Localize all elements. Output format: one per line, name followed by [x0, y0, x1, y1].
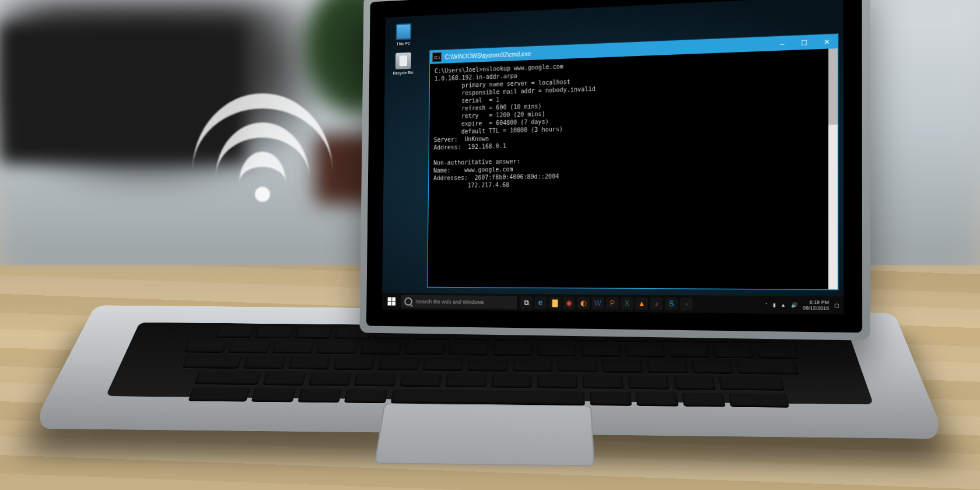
windows-desktop[interactable]: This PC Recycle Bin C:\ C:\WINDOWS\syste… [382, 0, 844, 314]
tray-chevron-icon[interactable]: ˄ [765, 302, 768, 307]
key[interactable] [288, 356, 331, 369]
key[interactable] [308, 373, 351, 386]
key[interactable] [668, 345, 710, 358]
key[interactable] [243, 356, 286, 369]
cmd-title-icon: C:\ [432, 52, 442, 62]
key[interactable] [602, 360, 643, 373]
powerpoint-icon[interactable]: P [606, 297, 618, 309]
key[interactable] [332, 357, 374, 370]
recycle-bin-icon [396, 52, 411, 69]
search-icon [404, 298, 412, 306]
taskbar-search[interactable]: Search the web and Windows [401, 295, 517, 309]
chrome-icon[interactable]: ◉ [563, 297, 575, 309]
key[interactable] [262, 372, 306, 386]
key[interactable] [182, 355, 242, 369]
key[interactable] [194, 372, 261, 386]
key[interactable] [628, 376, 670, 389]
key[interactable] [537, 375, 578, 388]
key[interactable] [491, 374, 532, 388]
task-view-icon[interactable]: ⧉ [520, 296, 532, 309]
windows-logo-icon [387, 297, 396, 305]
skype-icon[interactable]: S [665, 298, 677, 310]
cmd-output[interactable]: C:\Users\Joel>nslookup www.google.com 1.… [428, 49, 828, 289]
key[interactable] [184, 340, 227, 353]
tray-time[interactable]: 8:19 PM [810, 299, 830, 305]
key[interactable] [445, 374, 487, 387]
key[interactable] [449, 343, 489, 356]
key[interactable] [215, 326, 254, 338]
laptop: This PC Recycle Bin C:\ C:\WINDOWS\syste… [88, 0, 939, 490]
key[interactable] [513, 359, 553, 372]
this-pc-icon [396, 23, 411, 40]
key[interactable] [682, 393, 726, 407]
search-placeholder: Search the web and Windows [416, 299, 484, 305]
key[interactable] [712, 346, 754, 359]
key[interactable] [581, 344, 621, 357]
key[interactable] [537, 344, 577, 357]
key[interactable] [756, 346, 799, 359]
maximize-button[interactable]: ☐ [793, 36, 816, 50]
close-button[interactable]: ✕ [816, 34, 838, 49]
tray-date[interactable]: 08/12/2015 [803, 305, 829, 311]
this-pc-label: This PC [391, 41, 416, 46]
key[interactable] [673, 376, 716, 390]
key[interactable] [272, 341, 314, 354]
desktop-icon-recycle-bin[interactable]: Recycle Bin [390, 52, 416, 75]
itunes-icon[interactable]: ♪ [650, 298, 663, 310]
key[interactable] [400, 373, 442, 387]
key[interactable] [691, 360, 734, 374]
key[interactable] [354, 373, 397, 386]
vlc-icon[interactable]: ▲ [636, 298, 648, 310]
key[interactable] [636, 392, 679, 406]
screen: This PC Recycle Bin C:\ C:\WINDOWS\syste… [382, 0, 844, 314]
key[interactable] [590, 392, 632, 406]
key[interactable] [736, 361, 799, 374]
cmd-scrollbar-thumb[interactable] [828, 48, 838, 125]
cmd-scrollbar-track[interactable] [828, 48, 838, 289]
key[interactable] [298, 388, 342, 402]
key[interactable] [228, 341, 271, 354]
key[interactable] [344, 389, 388, 403]
system-tray[interactable]: ˄ ▮ ▲ 🔊 8:19 PM 08/12/2015 ▢ [765, 296, 840, 314]
key[interactable] [316, 342, 358, 355]
cmd-icon[interactable]: ▪ [680, 298, 693, 310]
key[interactable] [646, 360, 688, 374]
key[interactable] [360, 342, 402, 355]
key[interactable] [188, 387, 250, 401]
key[interactable] [377, 358, 419, 370]
key[interactable] [255, 326, 293, 338]
excel-icon[interactable]: X [621, 298, 633, 310]
taskbar[interactable]: Search the web and Windows ⧉e▇◉◐WPX▲♪S▪ … [382, 293, 844, 314]
trackpad[interactable] [374, 403, 595, 466]
laptop-lid: This PC Recycle Bin C:\ C:\WINDOWS\syste… [359, 0, 870, 341]
minimize-button[interactable]: – [771, 36, 793, 51]
tray-network-icon[interactable]: ▲ [780, 302, 786, 308]
recycle-bin-label: Recycle Bin [390, 70, 416, 75]
desktop-icon-this-pc[interactable]: This PC [391, 23, 416, 46]
edge-icon[interactable]: e [534, 296, 546, 309]
key[interactable] [719, 377, 785, 391]
file-explorer-icon[interactable]: ▇ [549, 297, 561, 309]
word-icon[interactable]: W [592, 297, 604, 309]
key[interactable] [468, 358, 508, 371]
key[interactable] [493, 344, 533, 356]
screen-bezel: This PC Recycle Bin C:\ C:\WINDOWS\syste… [366, 0, 862, 332]
key[interactable] [728, 393, 789, 408]
start-button[interactable] [382, 293, 401, 310]
key[interactable] [625, 345, 666, 358]
key[interactable] [251, 388, 296, 402]
cmd-window[interactable]: C:\ C:\WINDOWS\system32\cmd.exe – ☐ ✕ C:… [427, 34, 838, 290]
key[interactable] [582, 375, 624, 388]
tray-battery-icon[interactable]: ▮ [773, 302, 775, 308]
tray-volume-icon[interactable]: 🔊 [791, 302, 797, 308]
taskbar-pinned: ⧉e▇◉◐WPX▲♪S▪ [520, 296, 693, 310]
key[interactable] [404, 342, 445, 355]
key[interactable] [423, 358, 464, 371]
tray-notifications-icon[interactable]: ▢ [834, 302, 839, 308]
key[interactable] [295, 327, 332, 339]
cmd-title-text: C:\WINDOWS\system32\cmd.exe [445, 50, 531, 60]
key[interactable] [558, 359, 598, 373]
firefox-icon[interactable]: ◐ [578, 297, 590, 309]
